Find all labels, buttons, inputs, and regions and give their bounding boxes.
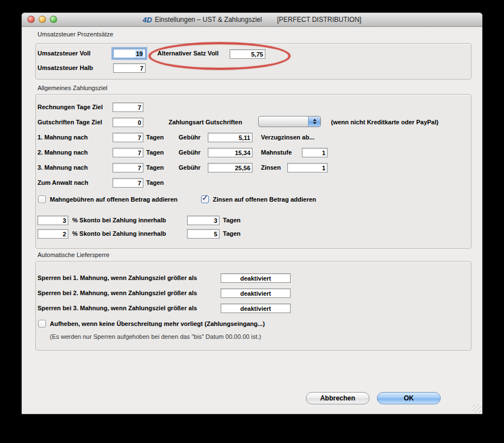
lawyer-label: Zum Anwalt nach	[38, 179, 88, 186]
vat-half-label: Umsatzsteuer Halb	[38, 64, 93, 71]
checkmark-icon: ✓	[202, 193, 209, 203]
interest-label: Zinsen	[261, 164, 281, 171]
credit-days-field[interactable]: 0	[113, 118, 143, 127]
reminder2-days-field[interactable]: 7	[113, 148, 143, 157]
reminder3-fee-field[interactable]: 25,56	[208, 163, 253, 172]
group-title-block: Automatische Liefersperre	[38, 251, 109, 258]
groupbox-payment	[35, 94, 472, 249]
vat-half-field[interactable]: 7	[113, 63, 146, 73]
reminder1-days-unit: Tagen	[146, 134, 164, 141]
add-interest-checkbox-label: Zinsen auf offenen Betrag addieren	[213, 196, 316, 203]
credit-type-label: Zahlungsart Gutschriften	[169, 119, 242, 125]
reminder2-fee-label: Gebühr	[179, 149, 200, 156]
skonto2-percent-field[interactable]: 2	[38, 229, 68, 239]
skonto1-label: % Skonto bei Zahlung innerhalb	[72, 217, 166, 223]
group-title-vat: Umsatzsteuer Prozentsätze	[38, 31, 113, 38]
vat-full-field[interactable]: 19	[113, 49, 146, 58]
window-title: 4D Einstellungen – UST & Zahlungsziel [P…	[22, 13, 482, 26]
reminder3-label: 3. Mahnung nach	[38, 164, 88, 171]
ok-button[interactable]: OK	[377, 392, 441, 404]
lawyer-days-unit: Tagen	[146, 179, 164, 186]
overdue-interest-label: Verzugzinsen ab...	[261, 134, 314, 141]
vat-full-value: 19	[136, 50, 143, 57]
block2-field[interactable]: deaktiviert	[221, 288, 291, 298]
skonto1-days-unit: Tagen	[223, 217, 241, 223]
release-block-note: (Es werden nur Sperren aufgehoben bei de…	[50, 333, 261, 340]
interest-field[interactable]: 1	[287, 163, 328, 172]
skonto2-label: % Skonto bei Zahlung innerhalb	[72, 230, 166, 237]
credit-type-popup[interactable]	[258, 116, 321, 127]
reminder-level-label: Mahnstufe	[261, 149, 292, 156]
add-interest-checkbox[interactable]: ✓	[201, 195, 209, 203]
invoice-days-field[interactable]: 7	[113, 102, 143, 112]
window-titlebar[interactable]: 4D Einstellungen – UST & Zahlungsziel [P…	[22, 13, 482, 27]
add-fees-checkbox-label: Mahngebühren auf offenen Betrag addieren	[50, 196, 178, 203]
window-title-suffix: [PERFECT DISTRIBUTION]	[277, 16, 361, 24]
reminder3-days-unit: Tagen	[146, 164, 164, 171]
block1-field[interactable]: deaktiviert	[221, 273, 291, 283]
credit-days-label: Gutschriften Tage Ziel	[38, 119, 102, 125]
credit-type-note: (wenn nicht Kreditkarte oder PayPal)	[331, 119, 438, 125]
reminder3-days-field[interactable]: 7	[113, 163, 143, 172]
release-block-checkbox[interactable]	[38, 320, 46, 328]
block2-label: Sperren bei 2. Mahnung, wenn Zahlungszie…	[38, 290, 197, 296]
reminder2-label: 2. Mahnung nach	[38, 149, 88, 156]
popup-arrows-icon	[308, 116, 320, 127]
cancel-button[interactable]: Abbrechen	[306, 392, 370, 404]
block3-label: Sperren bei 3. Mahnung, wenn Zahlungszie…	[38, 305, 197, 311]
skonto1-percent-field[interactable]: 3	[38, 216, 68, 225]
4d-logo-icon: 4D	[143, 16, 152, 24]
add-fees-checkbox[interactable]	[38, 195, 46, 203]
invoice-days-label: Rechnungen Tage Ziel	[38, 104, 103, 110]
reminder3-fee-label: Gebühr	[179, 164, 200, 171]
group-title-payment: Allgemeines Zahlungsziel	[38, 85, 108, 91]
block1-label: Sperren bei 1. Mahnung, wenn Zahlungszie…	[38, 274, 197, 281]
settings-window: 4D Einstellungen – UST & Zahlungsziel [P…	[21, 12, 483, 414]
block3-field[interactable]: deaktiviert	[221, 304, 291, 313]
lawyer-days-field[interactable]: 7	[113, 178, 143, 188]
screenshot-background: { "window": { "logo": "4D", "title": "Ei…	[0, 0, 504, 443]
skonto1-days-field[interactable]: 3	[187, 216, 220, 225]
release-block-checkbox-label: Aufheben, wenn keine Überschreitung mehr…	[50, 320, 265, 327]
reminder1-fee-field[interactable]: 5,11	[208, 133, 253, 142]
skonto2-days-field[interactable]: 5	[187, 229, 220, 239]
reminder1-label: 1. Mahnung nach	[38, 134, 88, 141]
reminder2-days-unit: Tagen	[146, 149, 164, 156]
reminder1-days-field[interactable]: 7	[113, 133, 143, 142]
reminder2-fee-field[interactable]: 15,34	[208, 148, 253, 157]
vat-full-label: Umsatzsteuer Voll	[38, 50, 91, 57]
reminder-level-field[interactable]: 1	[302, 148, 328, 157]
resize-grip[interactable]	[473, 404, 481, 413]
highlight-annotation-ellipse	[148, 42, 291, 70]
reminder1-fee-label: Gebühr	[179, 134, 200, 141]
skonto2-days-unit: Tagen	[223, 230, 241, 237]
window-title-text: Einstellungen – UST & Zahlungsziel	[155, 16, 262, 24]
